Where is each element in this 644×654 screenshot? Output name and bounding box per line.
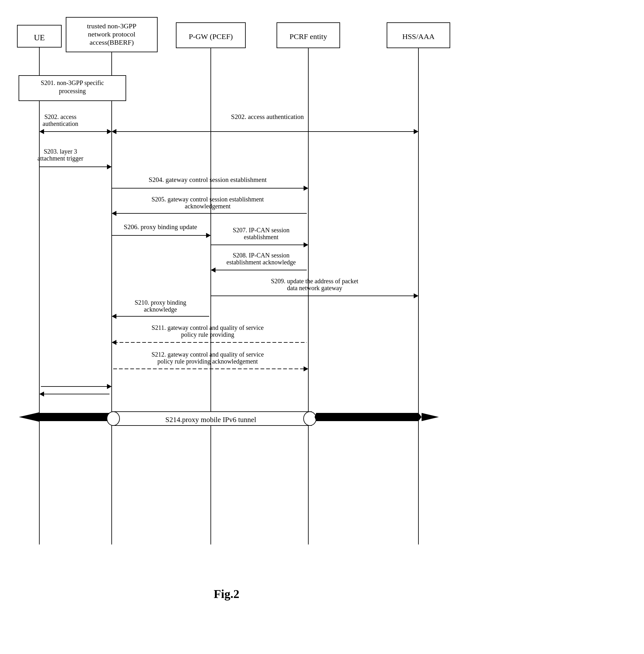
s207-label: S207. IP-CAN session: [233, 227, 290, 233]
s203-label: S203. layer 3: [44, 148, 77, 155]
s214-far-right-arrowhead: [421, 413, 439, 421]
s202b-label: S202. access authentication: [231, 113, 304, 120]
s201-label: S201. non-3GPP specific: [41, 79, 104, 87]
s206-arrowhead: [206, 233, 211, 238]
s212-label-2: policy rule providing acknowledgement: [157, 358, 258, 365]
s207-label-2: establishment: [244, 233, 278, 241]
s201-label-2: processing: [59, 88, 86, 95]
s208-arrowhead: [211, 268, 215, 273]
s211-label: S211. gateway control and quality of ser…: [152, 324, 264, 332]
s212-arrowhead: [304, 366, 308, 371]
s211-arrowhead: [112, 340, 116, 345]
s207-arrowhead: [304, 242, 308, 247]
s205-label: S205. gateway control session establishm…: [151, 196, 264, 203]
s214-label: S214.proxy mobile IPv6 tunnel: [165, 416, 256, 424]
entity-bberf-2: network protocol: [88, 30, 136, 38]
entity-ue: UE: [34, 33, 45, 42]
s205-arrowhead: [112, 211, 116, 216]
s209-arrowhead: [414, 293, 418, 298]
entity-pcrf: PCRF entity: [290, 32, 327, 41]
s202a-label-2: authentication: [43, 120, 78, 127]
entity-bberf: trusted non-3GPP: [87, 22, 136, 30]
s202a-arrowhead-left: [39, 129, 44, 134]
s206-label: S206. proxy binding update: [124, 223, 197, 231]
entity-hss: HSS/AAA: [402, 32, 435, 41]
entity-pgw: P-GW (PCEF): [189, 32, 233, 41]
s214-left-body: [39, 413, 112, 421]
s213-arrowhead-return: [39, 391, 44, 397]
figure-caption: Fig.2: [214, 587, 239, 601]
s214-left-arrowhead-left: [19, 412, 39, 422]
s203-arrowhead: [107, 164, 112, 169]
s209-label: S209. update the address of packet: [271, 277, 358, 285]
s214-right-body: [316, 413, 418, 421]
s214-right-arrowhead-right: [418, 413, 421, 421]
s209-label-2: data network gateway: [287, 285, 342, 292]
s205-label-2: acknowledgement: [185, 203, 231, 210]
s212-label: S212. gateway control and quality of ser…: [151, 351, 263, 358]
s202b-arrowhead-left: [112, 129, 116, 134]
s210-label: S210. proxy binding: [135, 299, 186, 306]
s208-label: S208. IP-CAN session: [233, 252, 290, 259]
s214-tunnel-right-oval: [304, 412, 316, 426]
s202b-arrowhead-right: [414, 129, 418, 134]
s214-tunnel-left-oval: [107, 412, 119, 426]
s202a-label: S202. access: [44, 113, 76, 120]
s210-arrowhead: [112, 314, 116, 319]
s213-arrowhead: [107, 384, 112, 389]
s202a-arrowhead-right: [107, 129, 112, 134]
s208-label-2: establishment acknowledge: [227, 259, 296, 266]
page: UE trusted non-3GPP network protocol acc…: [0, 0, 644, 654]
entity-bberf-3: access(BBERF): [90, 38, 134, 46]
sequence-diagram: UE trusted non-3GPP network protocol acc…: [0, 0, 644, 654]
s211-label-2: policy rule providing: [181, 331, 234, 338]
s204-arrowhead: [304, 186, 308, 191]
s210-label-2: acknowledge: [144, 306, 177, 313]
s204-label: S204. gateway control session establishm…: [148, 176, 267, 183]
s203-label-2: attachment trigger: [38, 155, 83, 162]
